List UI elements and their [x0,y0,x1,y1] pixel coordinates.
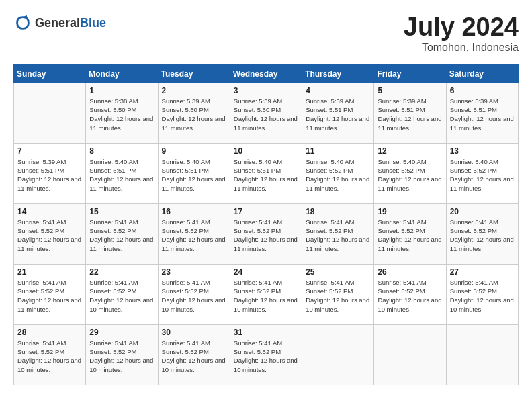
day-number: 11 [306,146,370,156]
title-block: July 2024 Tomohon, Indonesia [404,13,519,54]
day-info: Sunrise: 5:41 AM Sunset: 5:52 PM Dayligh… [162,218,226,253]
day-info: Sunrise: 5:41 AM Sunset: 5:52 PM Dayligh… [234,278,298,314]
calendar-cell-w4-d1: 21Sunrise: 5:41 AM Sunset: 5:52 PM Dayli… [14,264,86,324]
day-number: 5 [378,86,442,95]
col-thursday: Thursday [302,64,374,83]
calendar-cell-w2-d6: 12Sunrise: 5:40 AM Sunset: 5:52 PM Dayli… [374,143,446,203]
day-number: 22 [89,267,154,277]
day-number: 14 [17,207,82,216]
day-info: Sunrise: 5:41 AM Sunset: 5:52 PM Dayligh… [89,338,154,374]
day-info: Sunrise: 5:41 AM Sunset: 5:52 PM Dayligh… [89,218,154,253]
day-info: Sunrise: 5:41 AM Sunset: 5:52 PM Dayligh… [378,218,442,253]
day-number: 19 [378,207,442,216]
calendar-cell-w4-d7: 27Sunrise: 5:41 AM Sunset: 5:52 PM Dayli… [446,264,518,324]
day-number: 7 [17,146,82,156]
calendar-header-row: Sunday Monday Tuesday Wednesday Thursday… [14,64,519,83]
day-info: Sunrise: 5:39 AM Sunset: 5:50 PM Dayligh… [234,97,298,132]
col-wednesday: Wednesday [230,64,302,83]
col-friday: Friday [374,64,446,83]
calendar-cell-w5-d6 [374,324,446,385]
calendar-cell-w2-d2: 8Sunrise: 5:40 AM Sunset: 5:51 PM Daylig… [86,143,158,203]
calendar-week-2: 7Sunrise: 5:39 AM Sunset: 5:51 PM Daylig… [14,143,519,203]
calendar-cell-w2-d1: 7Sunrise: 5:39 AM Sunset: 5:51 PM Daylig… [14,143,86,203]
day-number: 1 [89,86,154,95]
day-number: 12 [378,146,442,156]
day-info: Sunrise: 5:40 AM Sunset: 5:51 PM Dayligh… [162,157,226,193]
logo-text: GeneralBlue [35,16,106,30]
calendar-cell-w3-d1: 14Sunrise: 5:41 AM Sunset: 5:52 PM Dayli… [14,203,86,264]
day-info: Sunrise: 5:38 AM Sunset: 5:50 PM Dayligh… [89,97,154,132]
day-info: Sunrise: 5:41 AM Sunset: 5:52 PM Dayligh… [378,278,442,314]
calendar-cell-w4-d6: 26Sunrise: 5:41 AM Sunset: 5:52 PM Dayli… [374,264,446,324]
day-number: 23 [162,267,226,277]
calendar-cell-w5-d5 [302,324,374,385]
month-year-title: July 2024 [404,13,519,42]
day-info: Sunrise: 5:41 AM Sunset: 5:52 PM Dayligh… [17,338,82,374]
calendar-cell-w3-d2: 15Sunrise: 5:41 AM Sunset: 5:52 PM Dayli… [86,203,158,264]
day-info: Sunrise: 5:41 AM Sunset: 5:52 PM Dayligh… [162,338,226,374]
calendar-cell-w3-d7: 20Sunrise: 5:41 AM Sunset: 5:52 PM Dayli… [446,203,518,264]
location-subtitle: Tomohon, Indonesia [404,42,519,54]
calendar-cell-w4-d5: 25Sunrise: 5:41 AM Sunset: 5:52 PM Dayli… [302,264,374,324]
day-info: Sunrise: 5:41 AM Sunset: 5:52 PM Dayligh… [17,278,82,314]
day-number: 17 [234,207,298,216]
day-number: 20 [450,207,515,216]
day-number: 4 [306,86,370,95]
day-number: 26 [378,267,442,277]
day-number: 28 [17,328,82,337]
calendar-cell-w4-d3: 23Sunrise: 5:41 AM Sunset: 5:52 PM Dayli… [158,264,230,324]
day-number: 30 [162,328,226,337]
calendar-cell-w3-d6: 19Sunrise: 5:41 AM Sunset: 5:52 PM Dayli… [374,203,446,264]
day-info: Sunrise: 5:39 AM Sunset: 5:51 PM Dayligh… [306,97,370,132]
day-number: 13 [450,146,515,156]
day-info: Sunrise: 5:40 AM Sunset: 5:52 PM Dayligh… [450,157,515,193]
calendar-cell-w1-d4: 3Sunrise: 5:39 AM Sunset: 5:50 PM Daylig… [230,83,302,143]
day-number: 2 [162,86,226,95]
col-tuesday: Tuesday [158,64,230,83]
day-info: Sunrise: 5:41 AM Sunset: 5:52 PM Dayligh… [450,218,515,253]
calendar-cell-w4-d4: 24Sunrise: 5:41 AM Sunset: 5:52 PM Dayli… [230,264,302,324]
day-info: Sunrise: 5:40 AM Sunset: 5:51 PM Dayligh… [234,157,298,193]
calendar-cell-w1-d1 [14,83,86,143]
calendar-week-1: 1Sunrise: 5:38 AM Sunset: 5:50 PM Daylig… [14,83,519,143]
calendar-week-4: 21Sunrise: 5:41 AM Sunset: 5:52 PM Dayli… [14,264,519,324]
day-info: Sunrise: 5:40 AM Sunset: 5:52 PM Dayligh… [378,157,442,193]
day-info: Sunrise: 5:39 AM Sunset: 5:51 PM Dayligh… [450,97,515,132]
day-info: Sunrise: 5:41 AM Sunset: 5:52 PM Dayligh… [306,218,370,253]
calendar-week-3: 14Sunrise: 5:41 AM Sunset: 5:52 PM Dayli… [14,203,519,264]
col-monday: Monday [86,64,158,83]
day-info: Sunrise: 5:39 AM Sunset: 5:51 PM Dayligh… [17,157,82,193]
calendar-table: Sunday Monday Tuesday Wednesday Thursday… [13,64,519,385]
calendar-cell-w1-d2: 1Sunrise: 5:38 AM Sunset: 5:50 PM Daylig… [86,83,158,143]
day-info: Sunrise: 5:41 AM Sunset: 5:52 PM Dayligh… [162,278,226,314]
day-number: 27 [450,267,515,277]
day-number: 9 [162,146,226,156]
day-info: Sunrise: 5:39 AM Sunset: 5:50 PM Dayligh… [162,97,226,132]
calendar-cell-w3-d5: 18Sunrise: 5:41 AM Sunset: 5:52 PM Dayli… [302,203,374,264]
calendar-cell-w5-d2: 29Sunrise: 5:41 AM Sunset: 5:52 PM Dayli… [86,324,158,385]
calendar-week-5: 28Sunrise: 5:41 AM Sunset: 5:52 PM Dayli… [14,324,519,385]
calendar-cell-w3-d3: 16Sunrise: 5:41 AM Sunset: 5:52 PM Dayli… [158,203,230,264]
calendar-cell-w5-d3: 30Sunrise: 5:41 AM Sunset: 5:52 PM Dayli… [158,324,230,385]
day-number: 18 [306,207,370,216]
calendar-cell-w2-d3: 9Sunrise: 5:40 AM Sunset: 5:51 PM Daylig… [158,143,230,203]
day-number: 8 [89,146,154,156]
calendar-cell-w1-d3: 2Sunrise: 5:39 AM Sunset: 5:50 PM Daylig… [158,83,230,143]
calendar-cell-w2-d4: 10Sunrise: 5:40 AM Sunset: 5:51 PM Dayli… [230,143,302,203]
col-sunday: Sunday [14,64,86,83]
day-info: Sunrise: 5:39 AM Sunset: 5:51 PM Dayligh… [378,97,442,132]
page-header: GeneralBlue July 2024 Tomohon, Indonesia [13,13,519,54]
day-info: Sunrise: 5:40 AM Sunset: 5:52 PM Dayligh… [306,157,370,193]
calendar-cell-w1-d5: 4Sunrise: 5:39 AM Sunset: 5:51 PM Daylig… [302,83,374,143]
col-saturday: Saturday [446,64,518,83]
day-number: 10 [234,146,298,156]
day-number: 6 [450,86,515,95]
day-info: Sunrise: 5:41 AM Sunset: 5:52 PM Dayligh… [17,218,82,253]
calendar-cell-w1-d6: 5Sunrise: 5:39 AM Sunset: 5:51 PM Daylig… [374,83,446,143]
day-number: 21 [17,267,82,277]
day-info: Sunrise: 5:41 AM Sunset: 5:52 PM Dayligh… [89,278,154,314]
day-info: Sunrise: 5:41 AM Sunset: 5:52 PM Dayligh… [234,338,298,374]
day-number: 25 [306,267,370,277]
day-info: Sunrise: 5:41 AM Sunset: 5:52 PM Dayligh… [306,278,370,314]
calendar-cell-w2-d5: 11Sunrise: 5:40 AM Sunset: 5:52 PM Dayli… [302,143,374,203]
